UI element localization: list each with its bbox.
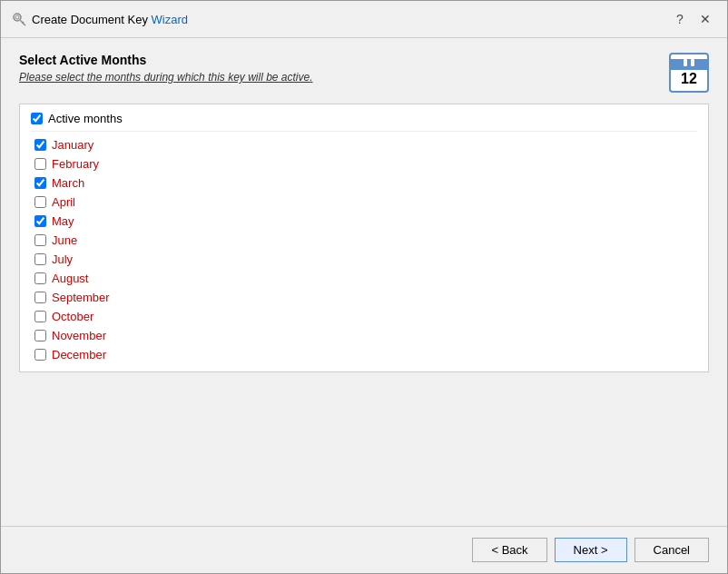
back-button[interactable]: < Back — [472, 538, 546, 562]
month-row: October — [31, 307, 697, 326]
key-icon — [12, 12, 26, 26]
month-checkbox-november[interactable] — [34, 330, 46, 341]
month-label-march[interactable]: March — [52, 176, 84, 190]
month-label-august[interactable]: August — [52, 272, 88, 285]
month-label-may[interactable]: May — [52, 214, 74, 228]
header-text: Select Active Months Please select the m… — [19, 53, 313, 84]
close-button[interactable]: ✕ — [694, 8, 716, 30]
month-label-june[interactable]: June — [52, 233, 77, 247]
title-bar-left: Create Document Key Wizard — [12, 12, 188, 26]
month-checkbox-august[interactable] — [34, 272, 46, 284]
header-row: Select Active Months Please select the m… — [19, 53, 709, 93]
month-label-january[interactable]: January — [52, 138, 93, 152]
month-label-november[interactable]: November — [52, 329, 106, 342]
month-row: September — [31, 288, 697, 307]
month-checkbox-june[interactable] — [34, 234, 46, 246]
month-checkbox-may[interactable] — [34, 215, 46, 227]
month-checkbox-february[interactable] — [34, 158, 46, 170]
content-area: Select Active Months Please select the m… — [1, 38, 727, 526]
month-checkbox-october[interactable] — [34, 311, 46, 322]
section-description: Please select the months during which th… — [19, 71, 313, 84]
months-list: JanuaryFebruaryMarchAprilMayJuneJulyAugu… — [31, 135, 697, 364]
calendar-icon: 12 — [669, 53, 709, 93]
month-row: February — [31, 154, 697, 173]
month-checkbox-december[interactable] — [34, 349, 46, 361]
month-label-july[interactable]: July — [52, 252, 73, 266]
months-header: Active months — [31, 112, 697, 132]
month-row: June — [31, 231, 697, 250]
svg-point-1 — [15, 15, 19, 19]
calendar-icon-top — [671, 59, 707, 70]
months-panel: Active months JanuaryFebruaryMarchAprilM… — [19, 104, 709, 372]
month-checkbox-july[interactable] — [34, 253, 46, 265]
calendar-day-number: 12 — [681, 70, 697, 86]
footer: < Back Next > Cancel — [1, 526, 727, 573]
month-checkbox-september[interactable] — [34, 292, 46, 303]
month-label-october[interactable]: October — [52, 310, 93, 323]
month-row: April — [31, 193, 697, 212]
title-bar: Create Document Key Wizard ? ✕ — [1, 1, 727, 38]
month-row: July — [31, 250, 697, 269]
month-row: May — [31, 212, 697, 231]
month-label-september[interactable]: September — [52, 291, 110, 304]
month-row: March — [31, 173, 697, 193]
month-checkbox-march[interactable] — [34, 177, 46, 189]
active-months-checkbox[interactable] — [31, 113, 43, 124]
month-checkbox-april[interactable] — [34, 196, 46, 208]
wizard-window: Create Document Key Wizard ? ✕ Select Ac… — [0, 0, 728, 574]
help-button[interactable]: ? — [669, 8, 691, 30]
active-months-label[interactable]: Active months — [48, 112, 123, 125]
month-row: August — [31, 269, 697, 288]
month-label-april[interactable]: April — [52, 195, 75, 209]
next-button[interactable]: Next > — [555, 538, 627, 562]
month-row: December — [31, 345, 697, 364]
cancel-button[interactable]: Cancel — [635, 538, 709, 562]
month-checkbox-january[interactable] — [34, 139, 46, 151]
month-row: January — [31, 135, 697, 154]
month-label-february[interactable]: February — [52, 157, 99, 171]
section-title: Select Active Months — [19, 53, 313, 67]
month-row: November — [31, 326, 697, 345]
window-title: Create Document Key Wizard — [32, 13, 188, 26]
month-label-december[interactable]: December — [52, 348, 106, 361]
svg-point-0 — [14, 14, 21, 21]
title-bar-right: ? ✕ — [669, 8, 716, 30]
